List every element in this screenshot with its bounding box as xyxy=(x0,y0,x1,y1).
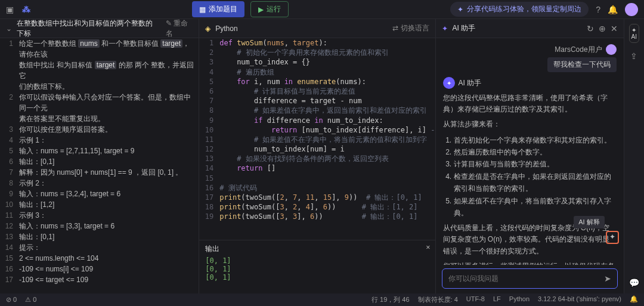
problem-line: 示例 1： xyxy=(19,135,195,146)
status-tabsize[interactable]: 制表符长度: 4 xyxy=(418,295,458,304)
user-message-chip: 帮我检查一下代码 xyxy=(547,57,617,72)
language-label: Python xyxy=(215,24,237,33)
ai-panel-title: AI 助手 xyxy=(453,23,476,33)
output-line: [0, 1] xyxy=(205,256,429,265)
ai-step: 首先初始化一个字典来存储数字和其对应的索引。 xyxy=(454,134,617,146)
ai-explain-button[interactable]: ✦ xyxy=(606,231,619,244)
problem-line: 们的数组下标。 xyxy=(19,81,195,92)
share-icon[interactable]: ⇪ xyxy=(630,51,637,61)
add-problem-button[interactable]: ▦添加题目 xyxy=(192,1,244,17)
status-python[interactable]: 3.12.2 64-bit ('shims': pyenv) xyxy=(538,295,621,304)
status-encoding[interactable]: UTF-8 xyxy=(466,295,485,304)
code-line[interactable]: # 如果差值不在字典中，将当前元素的值和索引加到字 xyxy=(219,135,435,144)
send-icon[interactable]: ➤ xyxy=(604,274,611,283)
chevron-down-icon[interactable]: ⌄ xyxy=(6,24,12,33)
problem-line: 给定一个整数数组 nums 和一个整数目标值 target，请你在该 xyxy=(19,38,195,60)
code-line[interactable]: if difference in num_to_index: xyxy=(219,116,435,125)
ai-rail-button[interactable]: ✦AI xyxy=(629,24,639,43)
code-line[interactable] xyxy=(219,174,435,183)
bell-icon[interactable]: 🔔 xyxy=(630,295,638,304)
add-icon: ▦ xyxy=(199,5,206,14)
problem-line: 输入：nums = [3,3], target = 6 xyxy=(19,221,195,231)
code-line[interactable]: def twoSum(nums, target): xyxy=(219,38,435,48)
code-line[interactable]: print(twoSum([3, 3], 6)) # 输出：[0, 1] xyxy=(219,212,435,221)
problem-line: 输入：nums = [2,7,11,15], target = 9 xyxy=(19,146,195,156)
ai-paragraph: 您可以再多进行一些测试用例的运行，以确保代码在各种情况下都能 xyxy=(443,261,617,265)
code-line[interactable]: for i, num in enumerate(nums): xyxy=(219,77,435,86)
problem-line: -109 <= nums[i] <= 109 xyxy=(19,264,195,274)
status-language[interactable]: Python xyxy=(509,295,530,304)
output-line: [0, 1] xyxy=(205,265,429,273)
status-cursor[interactable]: 行 19，列 46 xyxy=(371,295,410,304)
problem-line: 解释：因为 nums[0] + nums[1] == 9 ，返回 [0, 1] … xyxy=(19,167,195,178)
problem-line: 你可以按任意顺序返回答案。 xyxy=(19,124,195,135)
status-eol[interactable]: LF xyxy=(493,295,501,304)
code-line[interactable]: return [] xyxy=(219,163,435,173)
help-icon[interactable]: ? xyxy=(596,5,600,14)
problem-line: 示例 2： xyxy=(19,178,195,188)
problem-line: 示例 3： xyxy=(19,210,195,221)
problem-line: 输出：[0,1] xyxy=(19,231,195,242)
chat-icon[interactable]: 💬 xyxy=(629,278,639,288)
code-line[interactable]: # 遍历数组 xyxy=(219,67,435,77)
output-line: [0, 1] xyxy=(205,273,429,282)
problem-line: -109 <= target <= 109 xyxy=(19,274,195,285)
code-line[interactable]: print(twoSum([2, 7, 11, 15], 9)) # 输出：[0… xyxy=(219,193,435,202)
refresh-icon[interactable]: ↻ xyxy=(587,24,594,33)
ai-step: 检查差值是否在字典中，如果在则返回差值对应的索引和当前数字的索引。 xyxy=(454,171,617,195)
code-line[interactable]: # 初始化一个字典用来存储数组元素的值和索引 xyxy=(219,48,435,57)
sparkle-icon: ✦ xyxy=(457,5,463,14)
ai-label: AI 助手 xyxy=(459,78,482,88)
problem-line: 素在答案里不能重复出现。 xyxy=(19,113,195,124)
bell-icon[interactable]: 🔔 xyxy=(608,5,618,14)
code-line[interactable]: num_to_index = {} xyxy=(219,57,435,67)
switch-language-button[interactable]: ⇄ 切换语言 xyxy=(392,23,429,33)
output-title: 输出 xyxy=(205,243,429,256)
user-avatar xyxy=(606,44,617,55)
problem-line: 2 <= nums.length <= 104 xyxy=(19,253,195,264)
rename-button[interactable]: ✎ 重命名 xyxy=(166,18,193,39)
ai-input[interactable] xyxy=(448,274,604,283)
ai-avatar: ✦ xyxy=(443,77,455,89)
code-line[interactable]: print(twoSum([3, 2, 4], 6)) # 输出：[1, 2] xyxy=(219,202,435,212)
avatar[interactable] xyxy=(625,3,638,16)
code-line[interactable]: # 如果没有找到符合条件的两个数，返回空列表 xyxy=(219,154,435,163)
problem-title: 在整数数组中找出和为目标值的两个整数的下标 xyxy=(17,18,156,39)
close-icon[interactable]: ✕ xyxy=(426,243,430,251)
python-icon: ◈ xyxy=(205,24,210,33)
problem-line: 输出：[0,1] xyxy=(19,156,195,167)
code-line[interactable]: # 如果差值在字典中，返回当前索引和差值对应的索引 xyxy=(219,106,435,115)
status-errors[interactable]: ⊘ 0 xyxy=(6,296,17,304)
promo-pill[interactable]: ✦分享代码练习体验，领限量定制周边 xyxy=(450,2,589,17)
code-line[interactable]: # 计算目标值与当前元素的差值 xyxy=(219,86,435,96)
problem-line: 数组中找出 和为目标值 target 的那 两个 整数，并返回它 xyxy=(19,60,195,81)
code-line[interactable]: num_to_index[num] = i xyxy=(219,144,435,154)
problem-line: 输出：[1,2] xyxy=(19,199,195,210)
problem-line: 提示： xyxy=(19,242,195,253)
problem-line: 你可以假设每种输入只会对应一个答案。但是，数组中同一个元 xyxy=(19,92,195,113)
ai-paragraph: 从算法步骤来看： xyxy=(443,119,617,130)
code-line[interactable]: return [num_to_index[difference], i] - xyxy=(219,125,435,135)
close-icon[interactable]: ✕ xyxy=(611,24,618,33)
ai-explain-tooltip: AI 解释 xyxy=(574,216,604,228)
panel-toggle-icon[interactable]: ▣ xyxy=(6,5,14,14)
ai-step: 然后遍历数组中的每个数字。 xyxy=(454,146,617,158)
new-chat-icon[interactable]: ⊕ xyxy=(599,24,606,33)
run-button[interactable]: ▶运行 xyxy=(250,1,289,17)
code-line[interactable]: # 测试代码 xyxy=(219,183,435,193)
status-warnings[interactable]: ⚠ 0 xyxy=(25,296,36,304)
user-name: MarsCode用户 xyxy=(555,45,602,55)
sparkle-icon: ✦ xyxy=(442,24,448,33)
play-icon: ▶ xyxy=(258,5,264,14)
logo: ⁂ xyxy=(22,5,30,14)
ai-step: 计算目标值与当前数字的差值。 xyxy=(454,158,617,170)
ai-paragraph: 您的这段代码整体思路非常清晰，使用了哈希表（字典）来存储已经遍历过的数字及其索引… xyxy=(443,92,617,115)
problem-line: 输入：nums = [3,2,4], target = 6 xyxy=(19,188,195,199)
code-line[interactable]: difference = target - num xyxy=(219,96,435,106)
